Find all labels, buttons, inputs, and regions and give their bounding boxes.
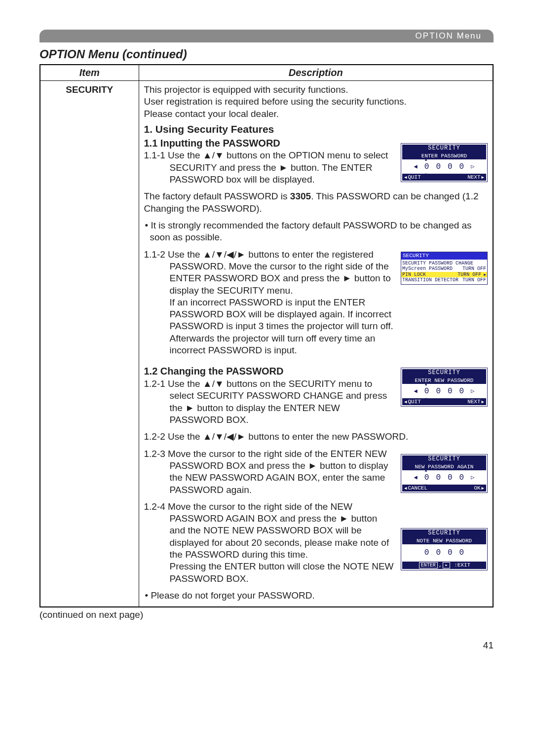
osd5-d2: 0 xyxy=(448,548,453,557)
p-default: The factory default PASSWORD is 3305. Th… xyxy=(144,190,488,215)
osd3-digits: ◀ 0 0 0 0 ▷ xyxy=(402,384,486,398)
osd3-d2: 0 xyxy=(448,387,453,396)
left-arrow-icon: ◀ xyxy=(414,388,418,395)
osd1-footer: QUIT NEXT xyxy=(402,174,486,181)
osd1-next: NEXT xyxy=(467,174,484,181)
osd3-hdr: SECURITY xyxy=(402,369,486,377)
left-arrow-icon: ◀ xyxy=(414,164,418,171)
osd5-hdr: SECURITY xyxy=(402,529,486,537)
osd1-digits: ◀ 0 0 0 0 ▷ xyxy=(402,159,486,173)
intro-l2: User registration is required before usi… xyxy=(144,96,488,108)
p-1-2-2: 1.2-2 Use the ▲/▼/◀/► buttons to enter t… xyxy=(144,431,488,443)
osd2-r1-l: MyScreen PASSWORD xyxy=(402,266,453,272)
item-security: SECURITY xyxy=(40,81,139,607)
intro-l1: This projector is equipped with security… xyxy=(144,84,488,96)
osd4-digits: ◀ 0 0 0 0 ▷ xyxy=(402,470,486,484)
osd5-d1: 0 xyxy=(436,548,441,557)
page-number: 41 xyxy=(39,640,494,651)
osd2-r2-l: PIN LOCK xyxy=(402,272,426,278)
osd4-sub: NEW PASSWORD AGAIN xyxy=(402,463,486,471)
osd4-footer: CANCEL OK xyxy=(402,485,486,492)
osd2-hdr: SECURITY xyxy=(401,252,487,260)
osd5-d3: 0 xyxy=(459,548,464,557)
osd4-hdr: SECURITY xyxy=(402,455,486,463)
osd2-r2-r: TURN OFF xyxy=(457,272,486,278)
osd2-r0-l: SECURITY PASSWORD CHANGE xyxy=(402,261,473,266)
osd3-next: NEXT xyxy=(467,399,484,405)
osd2-row-0: SECURITY PASSWORD CHANGE xyxy=(401,261,487,266)
osd2-r3-l: TRANSITION DETECTOR xyxy=(402,277,458,283)
header-bar: OPTION Menu xyxy=(39,30,494,42)
description-cell: This projector is equipped with security… xyxy=(139,81,493,607)
osd4-d2: 0 xyxy=(448,473,453,482)
osd4-ok: OK xyxy=(474,485,484,491)
col-item: Item xyxy=(40,65,139,81)
osd4-d0: 0 xyxy=(424,473,429,482)
osd2-row-1: MyScreen PASSWORDTURN OFF xyxy=(401,266,487,272)
p-recommend: • It is strongly recommended the factory… xyxy=(144,220,488,244)
osd1-d3: 0 xyxy=(459,162,464,171)
p-default-1: The factory default PASSWORD is xyxy=(144,191,290,201)
osd3-sub: ENTER NEW PASSWORD xyxy=(402,377,486,384)
osd3-d0: 0 xyxy=(424,387,429,396)
osd2-r3-r: TURN OFF xyxy=(462,277,486,283)
osd-new-password-again: SECURITY NEW PASSWORD AGAIN ◀ 0 0 0 0 ▷ … xyxy=(401,454,488,493)
osd4-d3: 0 xyxy=(459,473,464,482)
osd1-d0: 0 xyxy=(424,162,429,171)
option-table: Item Description SECURITY This projector… xyxy=(39,64,494,607)
osd3-quit: QUIT xyxy=(404,399,421,405)
osd3-footer: QUIT NEXT xyxy=(402,398,486,406)
osd5-digits: 0 0 0 0 xyxy=(402,544,486,561)
right-arrow-icon: ▷ xyxy=(471,164,474,171)
osd5-enter: ENTER xyxy=(419,562,438,569)
osd1-d2: 0 xyxy=(448,162,453,171)
play-icon: ▸ xyxy=(443,562,450,569)
osd1-sub: ENTER PASSWORD xyxy=(402,152,486,160)
osd4-cancel: CANCEL xyxy=(404,485,427,491)
p-noforget: • Please do not forget your PASSWORD. xyxy=(144,590,488,602)
continued-note: (continued on next page) xyxy=(39,609,494,620)
left-arrow-icon: ◀ xyxy=(414,475,418,482)
page-title: OPTION Menu (continued) xyxy=(39,47,494,61)
osd-enter-password: SECURITY ENTER PASSWORD ◀ 0 0 0 0 ▷ QUIT… xyxy=(401,143,488,182)
osd3-d1: 0 xyxy=(436,387,441,396)
osd1-hdr: SECURITY xyxy=(402,145,486,152)
osd1-d1: 0 xyxy=(436,162,441,171)
osd5-d0: 0 xyxy=(424,548,429,557)
osd5-sub: NOTE NEW PASSWORD xyxy=(402,537,486,545)
osd-security-menu: SECURITY SECURITY PASSWORD CHANGE MyScre… xyxy=(401,252,488,285)
osd-enter-new-password: SECURITY ENTER NEW PASSWORD ◀ 0 0 0 0 ▷ … xyxy=(401,368,488,407)
intro-l3: Please contact your local dealer. xyxy=(144,108,488,120)
osd2-row-3: TRANSITION DETECTORTURN OFF xyxy=(401,277,487,283)
osd2-r1-r: TURN OFF xyxy=(462,266,486,272)
osd4-d1: 0 xyxy=(436,473,441,482)
osd-note-new-password: SECURITY NOTE NEW PASSWORD 0 0 0 0 ENTER… xyxy=(401,528,488,570)
breadcrumb: OPTION Menu xyxy=(416,31,482,41)
section-1-title: 1. Using Security Features xyxy=(144,123,488,136)
right-arrow-icon: ▷ xyxy=(471,475,474,482)
osd5-exit: :EXIT xyxy=(454,562,470,568)
osd3-d3: 0 xyxy=(459,387,464,396)
right-arrow-icon: ▷ xyxy=(471,388,474,395)
osd1-quit: QUIT xyxy=(404,174,421,181)
osd2-row-2: PIN LOCKTURN OFF xyxy=(401,272,487,278)
col-description: Description xyxy=(139,65,493,81)
osd5-footer: ENTER,▸ :EXIT xyxy=(402,562,486,569)
p-default-bold: 3305 xyxy=(290,191,311,201)
